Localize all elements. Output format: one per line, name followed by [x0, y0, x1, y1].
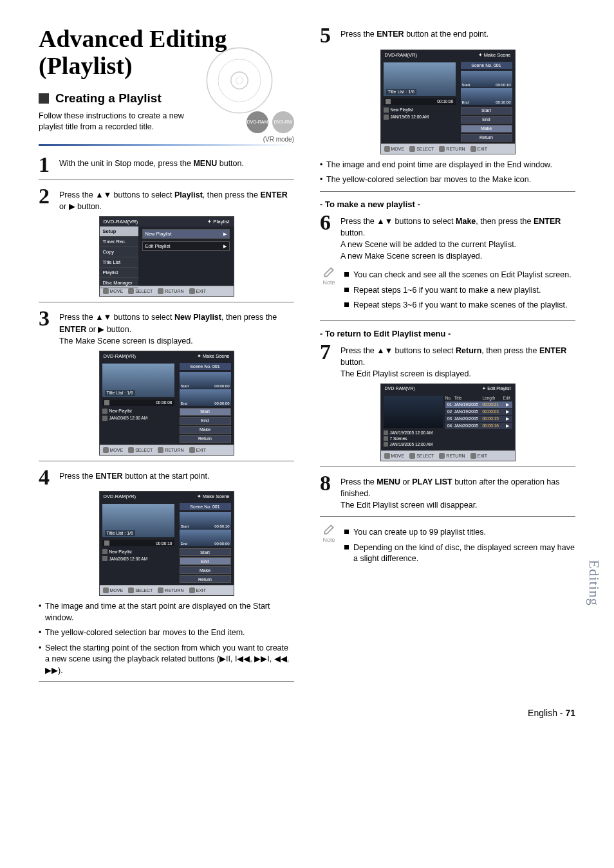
- step-4: 4 Press the ENTER button at the start po…: [39, 468, 294, 488]
- step4-bullet-2: The yellow-colored selection bar moves t…: [39, 627, 294, 639]
- step-2: 2 Press the ▲▼ buttons to select Playlis…: [39, 187, 294, 212]
- footer-lang: English: [528, 708, 557, 718]
- osd-side-playlist: Playlist: [100, 268, 138, 278]
- step5-bullet-2: The yellow-colored selection bar moves t…: [320, 174, 575, 186]
- step-number: 8: [320, 474, 334, 511]
- note-block-1: Note You can check and see all the scene…: [320, 266, 575, 315]
- main-title: Advanced Editing (Playlist): [39, 26, 294, 80]
- note1-item-1: You can check and see all the scenes on …: [344, 270, 575, 281]
- note2-item-2: Depending on the kind of disc, the displ…: [344, 542, 575, 565]
- svg-point-0: [207, 48, 272, 113]
- step4-bullet-3: Select the starting point of the section…: [39, 643, 294, 677]
- note1-item-3: Repeat steps 3~6 if you want to make sce…: [344, 300, 575, 311]
- step-number: 1: [39, 155, 53, 175]
- step-1: 1 With the unit in Stop mode, press the …: [39, 155, 294, 175]
- step-number: 2: [39, 187, 53, 212]
- right-column: 5 Press the ENTER button at the end poin…: [320, 26, 575, 688]
- title-line1: Advanced Editing: [39, 25, 227, 52]
- osd-opt-edit-playlist: Edit Playlist▶: [142, 241, 230, 251]
- step-5: 5 Press the ENTER button at the end poin…: [320, 26, 575, 46]
- step-8: 8 Press the MENU or PLAY LIST button aft…: [320, 474, 575, 511]
- svg-point-1: [218, 59, 261, 102]
- step-6: 6 Press the ▲▼ buttons to select Make, t…: [320, 213, 575, 263]
- osd-side-timer: Timer Rec.: [100, 237, 138, 247]
- step-number: 6: [320, 213, 334, 263]
- svg-point-2: [231, 72, 248, 89]
- section-title: Creating a Playlist: [55, 91, 162, 106]
- square-bullet-icon: [39, 93, 49, 104]
- osd-opt-new-playlist: New Playlist▶: [142, 229, 230, 239]
- step5-bullet-1: The image and end point time are display…: [320, 160, 575, 171]
- step4-bullet-1: The image and time at the start point ar…: [39, 601, 294, 623]
- gradient-rule: [39, 144, 294, 146]
- svg-point-3: [236, 77, 243, 84]
- note2-item-1: You can create up to 99 playlist titles.: [344, 527, 575, 539]
- osd-side-titlelist: Title List: [100, 257, 138, 268]
- step-number: 3: [39, 309, 53, 346]
- osd-make-scene-2: DVD-RAM(VR)✦ Make Scene Title List : 1/6…: [99, 491, 234, 596]
- title-line2: (Playlist): [39, 52, 133, 79]
- note-icon: Note: [320, 266, 338, 286]
- subhead-return: - To return to Edit Playlist menu -: [320, 329, 575, 338]
- osd-playlist-menu: DVD-RAM(VR)✦ Playlist Setup Timer Rec. C…: [99, 216, 234, 297]
- intro-text: Follow these instructions to create a ne…: [39, 111, 206, 133]
- osd-make-scene-1: DVD-RAM(VR)✦ Make Scene Title List : 1/6…: [99, 351, 234, 456]
- badge-dvd-rw: DVD-RW: [272, 111, 294, 133]
- step-number: 7: [320, 342, 334, 380]
- note-icon: Note: [320, 523, 338, 543]
- osd-side-copy: Copy: [100, 247, 138, 257]
- osd-side-discmgr: Disc Manager: [100, 278, 138, 288]
- step-number: 4: [39, 468, 53, 488]
- vr-mode-label: (VR mode): [39, 136, 294, 143]
- osd-edit-playlist: DVD-RAM(VR)✦ Edit Playlist JAN/19/2005 1…: [380, 383, 516, 461]
- footer-page: 71: [565, 708, 575, 718]
- osd-make-scene-3: DVD-RAM(VR)✦ Make Scene Title List : 1/6…: [380, 50, 516, 154]
- step-7: 7 Press the ▲▼ buttons to select Return,…: [320, 342, 575, 380]
- page-footer: English - 71: [39, 708, 575, 718]
- subhead-new-playlist: - To make a new playlist -: [320, 199, 575, 209]
- left-column: Advanced Editing (Playlist) Creating a P…: [39, 26, 294, 688]
- note1-item-2: Repeat steps 1~6 if you want to make a n…: [344, 285, 575, 297]
- side-tab-editing: Editing: [586, 560, 602, 606]
- disc-art-icon: [204, 45, 275, 116]
- step-number: 5: [320, 26, 334, 46]
- step-3: 3 Press the ▲▼ buttons to select New Pla…: [39, 309, 294, 346]
- osd-side-setup: Setup: [100, 226, 138, 237]
- note-block-2: Note You can create up to 99 playlist ti…: [320, 523, 575, 569]
